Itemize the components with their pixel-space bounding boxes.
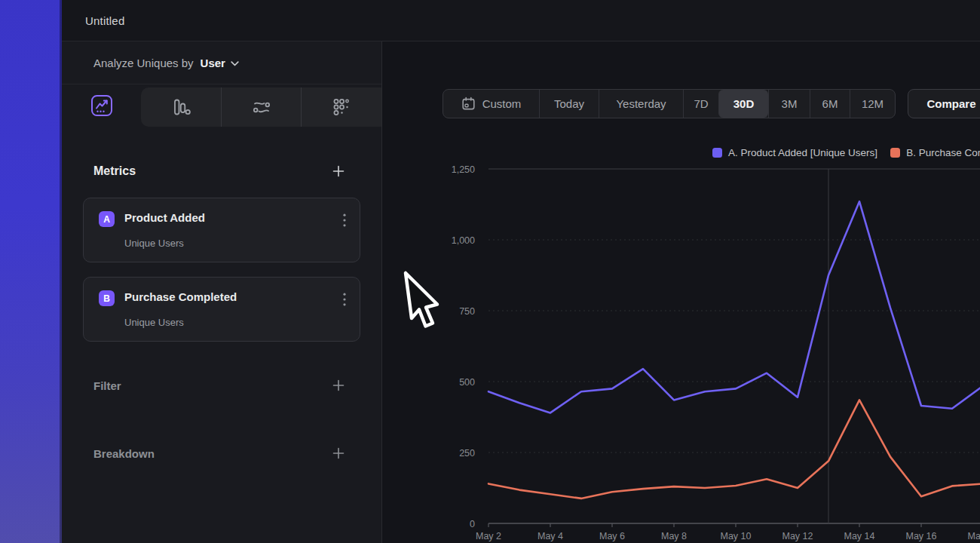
chart-panel: CustomTodayYesterday7D30D3M6M12M Compare…: [381, 41, 980, 543]
metrics-title: Metrics: [93, 164, 136, 178]
plus-icon: [332, 446, 345, 460]
bar-chart-icon: [170, 97, 191, 118]
y-axis-label: 500: [459, 377, 475, 388]
series-line: [488, 400, 980, 499]
plus-icon: [332, 164, 345, 178]
metric-event-name: Product Added: [124, 211, 205, 224]
metric-aggregation[interactable]: Unique Users: [124, 317, 184, 328]
line-chart-icon: [90, 94, 113, 117]
add-breakdown-button[interactable]: [332, 446, 345, 460]
breakdown-title: Breakdown: [93, 447, 155, 460]
tab-bar-chart[interactable]: [141, 87, 221, 127]
y-axis-label: 1,250: [452, 164, 475, 175]
y-axis-label: 750: [459, 306, 475, 317]
analyze-by-value: User: [201, 57, 225, 69]
analyze-label: Analyze Uniques by: [93, 57, 194, 69]
tab-line-chart[interactable]: [62, 84, 141, 127]
metric-event-name: Purchase Completed: [124, 290, 237, 303]
x-axis-label: May 8: [661, 531, 687, 541]
flows-icon: [251, 97, 272, 118]
metric-card[interactable]: AProduct AddedUnique Users: [83, 198, 360, 262]
x-axis-label: May 12: [782, 531, 813, 541]
x-axis-label: May 4: [537, 531, 563, 541]
x-axis-label: May 6: [599, 531, 625, 541]
x-axis-label: May 2: [476, 531, 501, 541]
metrics-header: Metrics: [62, 159, 381, 183]
metric-letter-badge: A: [99, 211, 115, 227]
chart-type-tabpanel: [141, 87, 381, 127]
x-axis-label: May 18: [968, 531, 980, 541]
add-metric-button[interactable]: [332, 164, 345, 178]
y-axis-label: 250: [459, 448, 475, 459]
chevron-down-icon: [231, 61, 239, 66]
metric-letter-badge: B: [99, 290, 115, 306]
insights-report-window: Untitled Analyze Uniques by User: [0, 0, 980, 543]
tab-retention-grid[interactable]: [301, 87, 381, 127]
report-title: Untitled: [85, 14, 124, 27]
chart-type-tabstrip: [62, 84, 381, 127]
metric-aggregation[interactable]: Unique Users: [124, 238, 184, 249]
metric-card[interactable]: BPurchase CompletedUnique Users: [83, 277, 360, 342]
filter-title: Filter: [93, 379, 121, 392]
y-axis-label: 0: [470, 519, 475, 529]
series-line: [488, 201, 980, 413]
background-gradient-strip: [0, 0, 62, 543]
query-builder-sidebar: Analyze Uniques by User: [62, 41, 381, 543]
analyze-row: Analyze Uniques by User: [62, 41, 381, 84]
line-chart[interactable]: 02505007501,0001,250May 2May 4May 6May 8…: [382, 41, 980, 543]
x-axis-label: May 16: [906, 531, 937, 541]
tab-flows[interactable]: [221, 87, 302, 127]
kebab-menu-icon[interactable]: [340, 290, 349, 311]
x-axis-label: May 14: [844, 531, 875, 541]
plus-icon: [332, 379, 345, 392]
analyze-by-dropdown[interactable]: User: [201, 57, 239, 69]
breakdown-header: Breakdown: [62, 441, 381, 465]
filter-header: Filter: [62, 373, 381, 397]
top-bar: Untitled: [62, 0, 980, 41]
y-axis-label: 1,000: [452, 235, 475, 246]
retention-grid-icon: [331, 97, 352, 118]
add-filter-button[interactable]: [332, 379, 345, 392]
x-axis-label: May 10: [721, 531, 752, 541]
kebab-menu-icon[interactable]: [340, 210, 349, 232]
